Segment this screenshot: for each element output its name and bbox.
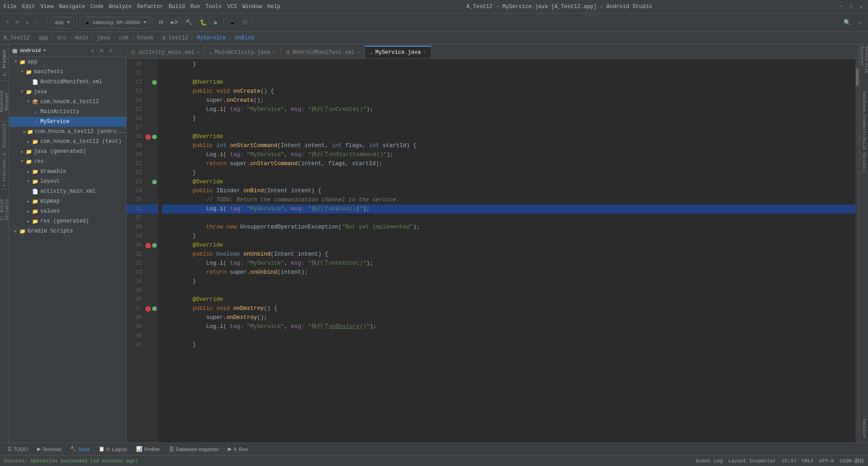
todo-button[interactable]: ☰ TODO <box>4 444 32 454</box>
debug-btn[interactable]: 🐛 <box>197 16 210 29</box>
close-button[interactable]: ✕ <box>858 4 864 10</box>
breadcrumb-item-2[interactable]: src <box>57 35 67 41</box>
panel-layout-btn[interactable]: ⊞ <box>98 47 105 54</box>
profiler-button[interactable]: 📊 Profiler <box>132 444 164 454</box>
menu-refactor[interactable]: Refactor <box>137 4 163 10</box>
logcat-button[interactable]: 📋 6: Logcat <box>95 444 131 454</box>
tree-androidmanifest[interactable]: ▶ 📄 AndroidManifest.xml <box>9 77 126 87</box>
tree-activity-main[interactable]: 📄 activity_main.xml <box>9 186 126 196</box>
tree-arrow-values[interactable]: ▶ <box>25 208 32 214</box>
inspect-btn[interactable]: ✓ <box>855 16 864 29</box>
tab-activity-main[interactable]: 🗋 activity_main.xml ✕ <box>127 46 204 58</box>
tree-manifests[interactable]: ▼ 📁 manifests <box>9 67 126 77</box>
tree-arrow-mipmap[interactable]: ▶ <box>25 198 32 204</box>
vertical-scrollbar[interactable] <box>855 59 859 442</box>
tree-arrow-resgen[interactable]: ▶ <box>25 218 32 224</box>
tree-res-gen[interactable]: ▶ 📁 res (generated) <box>9 216 126 226</box>
menu-file[interactable]: File <box>4 4 17 10</box>
breadcrumb-item-9[interactable]: onBind <box>235 35 254 41</box>
tab-androidmanifest[interactable]: 🗋 AndroidManifest.xml ✕ <box>281 46 365 58</box>
tree-mainactivity[interactable]: ☕ MainActivity <box>9 107 126 117</box>
tab-close-mainactivity[interactable]: ✕ <box>273 50 276 55</box>
status-charset[interactable]: UTF-8 <box>819 458 834 464</box>
tree-arrow-layout[interactable]: ▼ <box>25 178 32 185</box>
status-layout-inspector[interactable]: Layout Inspector <box>728 458 776 464</box>
tree-arrow-test[interactable]: ▶ <box>25 138 32 145</box>
tree-layout[interactable]: ▼ 📁 layout <box>9 176 126 186</box>
tab-mainactivity[interactable]: ☕ MainActivity.java ✕ <box>204 46 280 58</box>
gutter-override-12[interactable]: ⬤ <box>151 78 157 87</box>
tree-arrow-package[interactable]: ▼ <box>25 99 32 105</box>
gutter-override-37[interactable]: ⬤ <box>151 304 157 313</box>
build-button[interactable]: 🔨 Build <box>66 444 93 454</box>
settings-btn[interactable]: ⚙ <box>24 16 32 29</box>
project-tab[interactable]: 1: Project <box>0 44 9 81</box>
breadcrumb-item-8[interactable]: MyService <box>197 35 226 41</box>
menu-view[interactable]: View <box>41 4 54 10</box>
tree-arrow-drawable[interactable]: ▶ <box>25 168 32 175</box>
tree-arrow-android[interactable]: ▶ <box>22 128 27 135</box>
tree-arrow-res[interactable]: ▼ <box>19 158 25 165</box>
menu-edit[interactable]: Edit <box>22 4 35 10</box>
window-controls[interactable]: ─ □ ✕ <box>838 4 864 10</box>
menu-bar[interactable]: File Edit View Navigate Code Analyze Ref… <box>4 4 280 10</box>
gutter-override-30[interactable]: ⬤ <box>151 241 157 250</box>
tree-mipmap[interactable]: ▶ 📁 mipmap <box>9 196 126 206</box>
menu-vcs[interactable]: VCS <box>227 4 237 10</box>
avd-btn[interactable]: 📱 <box>226 16 238 29</box>
panel-cog-btn[interactable]: ⚙ <box>89 47 96 54</box>
status-event-log[interactable]: Event Log <box>696 458 723 464</box>
tab-close-activityxml[interactable]: ✕ <box>197 50 199 55</box>
gutter-bp-18[interactable]: ⬤ <box>145 132 151 141</box>
menu-analyze[interactable]: Analyze <box>109 4 132 10</box>
database-inspector-tab[interactable]: Database Inspector <box>859 91 868 137</box>
gutter-bp-30[interactable]: ⬤ <box>145 241 151 250</box>
search-everywhere-btn[interactable]: 🔍 <box>841 16 854 29</box>
tree-arrow-javagen[interactable]: ▶ <box>19 148 25 155</box>
build-variants-right-tab[interactable]: Build Variants <box>859 137 868 173</box>
tree-values[interactable]: ▶ 📁 values <box>9 206 126 216</box>
run-button[interactable]: ▶ 4: Run <box>224 444 251 454</box>
terminal-button[interactable]: ▶ Terminal <box>33 444 65 454</box>
breadcrumb-item-6[interactable]: hnucm <box>137 35 153 41</box>
gutter-override-18[interactable]: ⬤ <box>151 132 157 141</box>
sdk-btn[interactable]: ⬡ <box>240 16 250 29</box>
tree-java[interactable]: ▼ 📁 java <box>9 87 126 97</box>
menu-navigate[interactable]: Navigate <box>59 4 85 10</box>
tree-res[interactable]: ▼ 📁 res <box>9 157 126 166</box>
tree-arrow-app[interactable]: ▼ <box>13 59 19 65</box>
tab-close-myservice[interactable]: ✕ <box>424 50 426 55</box>
panel-title-arrow[interactable]: ▼ <box>43 48 46 53</box>
tree-java-gen[interactable]: ▶ 📁 java (generated) <box>9 147 126 157</box>
gutter-override-23[interactable]: ⬤ <box>151 177 157 186</box>
tree-arrow-java[interactable]: ▼ <box>19 89 25 95</box>
tree-app[interactable]: ▼ 📁 app <box>9 57 126 67</box>
menu-tools[interactable]: Tools <box>206 4 222 10</box>
menu-run[interactable]: Run <box>190 4 200 10</box>
favorites-tab[interactable]: ★ Favorites <box>0 157 9 189</box>
project-tool-btn[interactable]: ≡ <box>4 16 12 29</box>
sync-btn[interactable]: ⟳ <box>13 16 22 29</box>
tab-close-androidmanifest[interactable]: ✕ <box>357 50 360 55</box>
minimize-button[interactable]: ─ <box>838 4 844 10</box>
collapse-btn[interactable]: — <box>33 16 41 29</box>
menu-help[interactable]: Help <box>267 4 280 10</box>
tree-package-test[interactable]: ▶ 📁 com.hnucm.a_test12 (test) <box>9 137 126 147</box>
breadcrumb-item-4[interactable]: java <box>97 35 110 41</box>
device-file-explorer-tab[interactable]: Device File Explorer <box>859 46 868 91</box>
menu-window[interactable]: Window <box>242 4 262 10</box>
code-editor[interactable]: } @Override public void onCreate() { sup… <box>158 59 855 442</box>
emulator-tab[interactable]: Emulator <box>859 415 868 442</box>
run-btn[interactable]: ▶ <box>212 16 221 29</box>
build-variants-tab[interactable]: 2: Build Variants <box>0 189 9 230</box>
app-selector[interactable]: app ▼ <box>51 17 74 29</box>
breadcrumb-item-0[interactable]: A_Test12 <box>4 35 30 41</box>
panel-gear-btn[interactable]: ⚙ <box>107 47 114 54</box>
breadcrumb-item-5[interactable]: com <box>118 35 128 41</box>
panel-minimize-btn[interactable]: — <box>116 47 123 54</box>
run-with-coverage-btn[interactable]: ▶⟳ <box>168 16 181 29</box>
breadcrumb-item-3[interactable]: main <box>75 35 88 41</box>
breadcrumb-item-7[interactable]: a_test12 <box>162 35 189 41</box>
menu-build[interactable]: Build <box>169 4 185 10</box>
tree-arrow-manifests[interactable]: ▼ <box>19 69 25 75</box>
